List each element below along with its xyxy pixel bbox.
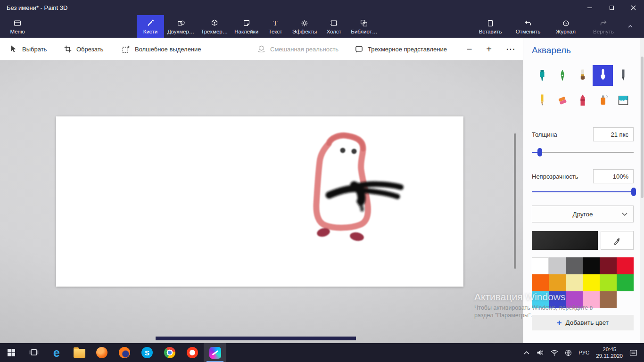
brush-calligraphy-pen[interactable] (552, 65, 572, 86)
volume-icon[interactable] (537, 349, 544, 356)
palette-color-swatch[interactable] (566, 257, 583, 274)
skype-taskbar-icon[interactable]: S (136, 343, 158, 362)
canvas-horizontal-scrollbar[interactable] (156, 337, 356, 340)
avast-taskbar-icon[interactable] (91, 343, 113, 362)
palette-color-swatch[interactable] (600, 274, 617, 291)
palette-color-swatch[interactable] (566, 274, 583, 291)
palette-color-swatch[interactable] (600, 291, 617, 308)
undo-button[interactable]: Отменить (515, 15, 541, 38)
file-explorer-taskbar-icon[interactable] (68, 343, 91, 362)
palette-color-swatch[interactable] (532, 291, 549, 308)
thickness-value[interactable]: 21 пкс (593, 127, 634, 141)
brush-pencil[interactable] (532, 90, 552, 111)
tab-effects[interactable]: Эффекты (289, 15, 320, 38)
select-cursor-icon (9, 45, 18, 53)
more-options-button[interactable]: ⋯ (506, 44, 515, 54)
current-color-swatch[interactable] (532, 231, 598, 250)
paste-button[interactable]: Вставить (477, 15, 504, 38)
thickness-slider-handle[interactable] (537, 148, 542, 156)
brush-marker[interactable] (532, 65, 552, 86)
palette-color-swatch[interactable] (617, 274, 634, 291)
hidden-icons-chevron[interactable] (523, 350, 530, 355)
palette-color-swatch[interactable] (549, 257, 566, 274)
library-icon (360, 19, 368, 27)
brush-eraser[interactable] (552, 90, 572, 111)
tab-text[interactable]: T Текст (262, 15, 289, 38)
palette-color-swatch[interactable] (617, 257, 634, 274)
yandex-taskbar-icon[interactable] (181, 343, 204, 362)
opacity-slider-handle[interactable] (631, 188, 636, 196)
paint3d-taskbar-icon[interactable] (204, 343, 226, 362)
canvas-vertical-scrollbar[interactable] (514, 133, 516, 269)
drawing-eye-left (340, 148, 346, 153)
tab-2d-shapes[interactable]: Двухмер… (164, 15, 198, 38)
thickness-slider-track[interactable] (532, 152, 634, 153)
brush-fill[interactable] (613, 90, 633, 111)
brushes-panel: Акварель (523, 38, 640, 343)
chrome-taskbar-icon[interactable] (158, 343, 181, 362)
panel-scrollbar-thumb[interactable] (641, 57, 644, 198)
crop-button[interactable]: Обрезать (64, 38, 103, 60)
current-color-row (532, 231, 634, 250)
menu-button[interactable]: Меню (4, 15, 31, 38)
drawing-canvas[interactable] (56, 116, 463, 287)
ribbon-tabs: Кисти Двухмер… Трехмер… Наклейки T Текст… (137, 15, 380, 38)
paste-icon (486, 19, 495, 27)
select-button[interactable]: Выбрать (9, 38, 47, 60)
thickness-slider[interactable] (532, 148, 634, 156)
start-button[interactable] (0, 343, 23, 362)
tab-3d-shapes[interactable]: Трехмер… (198, 15, 231, 38)
color-mode-dropdown[interactable]: Другое (532, 206, 634, 222)
palette-color-swatch[interactable] (532, 274, 549, 291)
task-view-button[interactable] (23, 343, 45, 362)
panel-scrollbar[interactable] (640, 38, 644, 343)
add-color-button[interactable]: + Добавить цвет (532, 315, 634, 330)
edge-taskbar-icon[interactable]: e (45, 343, 68, 362)
palette-color-swatch[interactable] (583, 257, 600, 274)
collapse-ribbon-button[interactable] (622, 15, 638, 38)
brush-pixel-pen[interactable] (613, 65, 633, 86)
tab-library[interactable]: Библиот… (347, 15, 380, 38)
close-button[interactable] (622, 0, 644, 15)
eyedropper-button[interactable] (601, 231, 634, 250)
thickness-label: Толщина (532, 131, 557, 138)
opacity-slider-fill (532, 191, 634, 192)
opacity-value[interactable]: 100% (593, 169, 634, 183)
zoom-in-button[interactable]: + (486, 44, 492, 54)
brush-watercolor[interactable] (593, 65, 613, 86)
palette-color-swatch[interactable] (532, 257, 549, 274)
action-center-icon[interactable] (629, 349, 637, 356)
maximize-icon (610, 6, 614, 10)
redo-button[interactable]: Вернуть (590, 15, 617, 38)
palette-color-swatch[interactable] (583, 274, 600, 291)
brush-oil-brush[interactable] (572, 65, 593, 86)
skype-icon: S (141, 347, 153, 358)
network-icon[interactable] (551, 349, 558, 356)
ribbon-actions: Вставить Отменить Журнал Вернуть (477, 15, 617, 38)
tab-brushes[interactable]: Кисти (137, 15, 164, 38)
tab-canvas[interactable]: Холст (320, 15, 347, 38)
minimize-button[interactable] (579, 0, 601, 15)
maximize-button[interactable] (601, 0, 622, 15)
language-indicator[interactable]: РУС (578, 350, 589, 355)
brush-spray-can[interactable] (593, 90, 613, 111)
tab-stickers[interactable]: Наклейки (231, 15, 262, 38)
history-button[interactable]: Журнал (553, 15, 579, 38)
firefox-taskbar-icon[interactable] (113, 343, 136, 362)
brush-crayon[interactable] (572, 90, 593, 111)
minimize-icon (587, 8, 592, 8)
clock[interactable]: 20:45 29.11.2020 (596, 346, 623, 359)
palette-color-swatch[interactable] (600, 257, 617, 274)
palette-color-swatch[interactable] (549, 274, 566, 291)
zoom-out-button[interactable]: − (467, 44, 472, 54)
magic-select-button[interactable]: Волшебное выделение (122, 38, 201, 60)
crop-icon (64, 45, 72, 53)
3d-shapes-icon (210, 19, 219, 27)
mixed-reality-button[interactable]: Смешанная реальность (257, 38, 339, 60)
palette-color-swatch[interactable] (566, 291, 583, 308)
3d-view-button[interactable]: Трехмерное представление (355, 38, 447, 60)
palette-color-swatch[interactable] (583, 291, 600, 308)
palette-color-swatch[interactable] (549, 291, 566, 308)
globe-icon[interactable] (565, 349, 572, 356)
opacity-slider[interactable] (532, 188, 634, 196)
